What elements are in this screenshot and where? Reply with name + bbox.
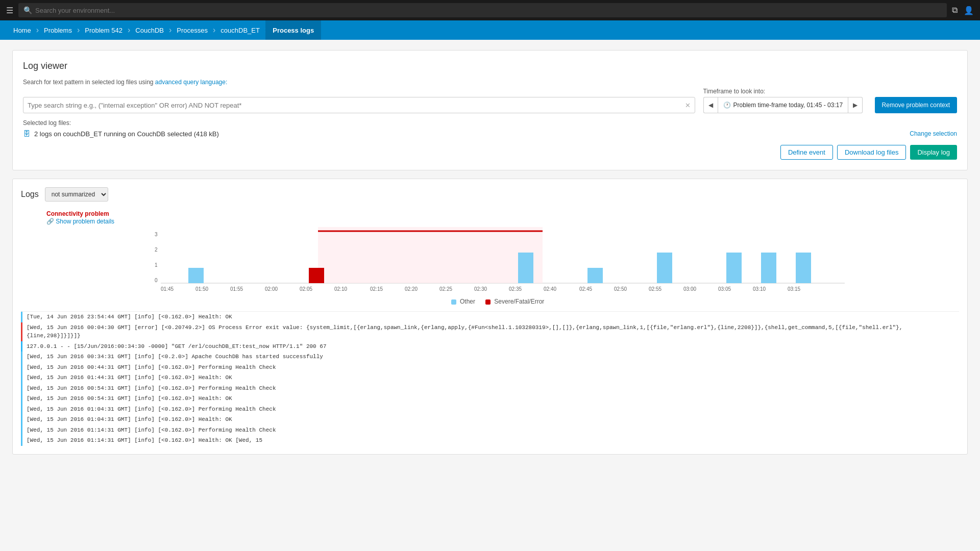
log-line[interactable]: [Wed, 15 Jun 2016 00:54:31 GMT] [info] [… xyxy=(21,393,959,404)
log-line[interactable]: [Wed, 15 Jun 2016 00:34:31 GMT] [info] [… xyxy=(21,352,959,362)
breadcrumb-problem-542[interactable]: Problem 542 xyxy=(78,20,130,40)
svg-text:01:45: 01:45 xyxy=(161,286,174,292)
selected-files-info: 🗄 2 logs on couchDB_ET running on CouchD… xyxy=(23,130,219,138)
top-navigation: ☰ 🔍 ⧉ 👤 xyxy=(0,0,980,20)
display-log-button[interactable]: Display log xyxy=(910,145,957,160)
global-search-input[interactable] xyxy=(35,7,942,14)
selected-files-label: Selected log files: xyxy=(23,119,957,127)
selected-files-row: 🗄 2 logs on couchDB_ET running on CouchD… xyxy=(23,130,957,138)
logs-header: Logs not summarized summarized xyxy=(21,187,959,202)
breadcrumb-problems[interactable]: Problems xyxy=(37,20,79,40)
breadcrumb-couchdb[interactable]: CouchDB xyxy=(128,20,171,40)
timeframe-display: 🕐 Problem time-frame today, 01:45 - 03:1… xyxy=(718,97,849,113)
define-event-button[interactable]: Define event xyxy=(780,145,833,160)
search-icon: 🔍 xyxy=(23,6,32,14)
svg-text:03:00: 03:00 xyxy=(683,286,696,292)
change-selection-link[interactable]: Change selection xyxy=(910,130,957,137)
log-viewer-card: Log viewer Search for text pattern in se… xyxy=(12,50,968,170)
svg-rect-26 xyxy=(188,268,204,283)
search-row: Search for text pattern in selected log … xyxy=(23,79,957,113)
monitor-icon[interactable]: ⧉ xyxy=(952,6,958,15)
svg-rect-32 xyxy=(761,253,776,283)
timeframe-value: Problem time-frame today, 01:45 - 03:17 xyxy=(733,102,843,109)
legend-other: Other xyxy=(451,298,475,305)
summarize-select[interactable]: not summarized summarized xyxy=(45,187,108,202)
svg-rect-27 xyxy=(309,268,324,283)
problem-label: Connectivity problem xyxy=(46,210,109,217)
main-content: Log viewer Search for text pattern in se… xyxy=(0,40,980,465)
svg-text:02:05: 02:05 xyxy=(300,286,312,292)
log-line[interactable]: [Wed, 15 Jun 2016 01:04:31 GMT] [info] [… xyxy=(21,414,959,425)
svg-text:02:00: 02:00 xyxy=(265,286,278,292)
show-problem-details-link[interactable]: 🔗 Show problem details xyxy=(46,218,114,225)
timeframe-label: Timeframe to look into: xyxy=(703,88,867,95)
log-line[interactable]: [Wed, 15 Jun 2016 00:04:30 GMT] [error] … xyxy=(21,322,959,341)
timeframe-controls: ◀ 🕐 Problem time-frame today, 01:45 - 03… xyxy=(703,97,867,113)
log-line[interactable]: [Wed, 15 Jun 2016 01:44:31 GMT] [info] [… xyxy=(21,372,959,383)
svg-text:3: 3 xyxy=(155,232,158,237)
severe-legend-dot xyxy=(485,299,491,305)
svg-text:02:45: 02:45 xyxy=(579,286,592,292)
advanced-query-link[interactable]: advanced query language: xyxy=(155,79,227,86)
log-line[interactable]: [Wed, 15 Jun 2016 00:54:31 GMT] [info] [… xyxy=(21,383,959,394)
other-legend-dot xyxy=(451,299,456,305)
log-entries: [Tue, 14 Jun 2016 23:54:44 GMT] [info] [… xyxy=(21,311,959,446)
clock-icon: 🕐 xyxy=(723,102,731,109)
timeframe-next-btn[interactable]: ▶ xyxy=(848,97,863,113)
log-line[interactable]: [Tue, 14 Jun 2016 23:54:44 GMT] [info] [… xyxy=(21,312,959,322)
hamburger-icon[interactable]: ☰ xyxy=(6,6,13,15)
legend-severe: Severe/Fatal/Error xyxy=(485,298,544,305)
svg-text:02:55: 02:55 xyxy=(649,286,662,292)
timeframe-prev-btn[interactable]: ◀ xyxy=(703,97,718,113)
remove-context-button[interactable]: Remove problem context xyxy=(875,97,957,113)
svg-text:03:15: 03:15 xyxy=(788,286,800,292)
svg-text:02:20: 02:20 xyxy=(405,286,418,292)
svg-text:02:50: 02:50 xyxy=(614,286,627,292)
timeframe-section: Timeframe to look into: ◀ 🕐 Problem time… xyxy=(703,88,867,113)
download-log-button[interactable]: Download log files xyxy=(837,145,906,160)
database-icon: 🗄 xyxy=(23,130,30,138)
svg-text:03:10: 03:10 xyxy=(753,286,766,292)
log-line[interactable]: [Wed, 15 Jun 2016 00:44:31 GMT] [info] [… xyxy=(21,362,959,373)
action-buttons: Define event Download log files Display … xyxy=(23,145,957,160)
breadcrumb-process-logs[interactable]: Process logs xyxy=(265,20,321,40)
svg-text:01:50: 01:50 xyxy=(195,286,208,292)
svg-text:02:35: 02:35 xyxy=(509,286,522,292)
nav-right-icons: ⧉ 👤 xyxy=(952,6,974,15)
selected-files-text: 2 logs on couchDB_ET running on CouchDB … xyxy=(34,130,219,138)
log-line[interactable]: [Wed, 15 Jun 2016 01:14:31 GMT] [info] [… xyxy=(21,425,959,436)
log-line[interactable]: [Wed, 15 Jun 2016 01:04:31 GMT] [info] [… xyxy=(21,404,959,415)
svg-rect-28 xyxy=(518,253,533,283)
log-line[interactable]: [Wed, 15 Jun 2016 01:14:31 GMT] [info] [… xyxy=(21,435,959,446)
svg-text:02:15: 02:15 xyxy=(370,286,383,292)
svg-text:02:40: 02:40 xyxy=(544,286,556,292)
logs-title: Logs xyxy=(21,190,39,199)
svg-text:2: 2 xyxy=(155,247,158,253)
svg-text:0: 0 xyxy=(155,278,158,283)
chart-container: Connectivity problem 🔗 Show problem deta… xyxy=(21,210,959,305)
svg-text:02:10: 02:10 xyxy=(334,286,347,292)
svg-text:01:55: 01:55 xyxy=(230,286,243,292)
search-input[interactable] xyxy=(28,102,685,109)
search-clear-icon[interactable]: ✕ xyxy=(685,102,691,109)
search-timeframe-row: ✕ Timeframe to look into: ◀ 🕐 Problem ti… xyxy=(23,88,957,113)
logs-card: Logs not summarized summarized Connectiv… xyxy=(12,179,968,455)
svg-text:1: 1 xyxy=(155,262,158,268)
breadcrumb-processes[interactable]: Processes xyxy=(169,20,215,40)
link-icon: 🔗 xyxy=(46,218,56,225)
search-label: Search for text pattern in selected log … xyxy=(23,79,957,86)
svg-text:02:25: 02:25 xyxy=(439,286,452,292)
search-input-wrap[interactable]: ✕ xyxy=(23,97,695,113)
breadcrumb-home[interactable]: Home xyxy=(6,20,38,40)
svg-rect-33 xyxy=(796,253,811,283)
global-search-bar[interactable]: 🔍 xyxy=(18,3,947,17)
log-viewer-title: Log viewer xyxy=(23,61,957,71)
user-icon[interactable]: 👤 xyxy=(964,6,974,15)
breadcrumb-couchdb-et[interactable]: couchDB_ET xyxy=(213,20,267,40)
breadcrumb: Home › Problems › Problem 542 › CouchDB … xyxy=(0,20,980,40)
svg-text:02:30: 02:30 xyxy=(474,286,487,292)
svg-rect-5 xyxy=(318,227,543,283)
svg-text:03:05: 03:05 xyxy=(718,286,731,292)
log-line[interactable]: 127.0.0.1 - - [15/Jun/2016:00:34:30 -000… xyxy=(21,341,959,352)
svg-rect-30 xyxy=(657,253,672,283)
